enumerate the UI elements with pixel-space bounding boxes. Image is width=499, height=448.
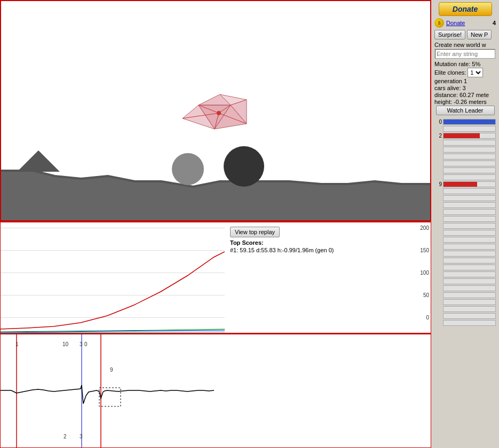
score-bar-wrap [443, 147, 496, 153]
elite-clones-row: Elite clones: 1 2 3 [434, 68, 496, 77]
hill-left [17, 150, 60, 172]
score-bar-row [434, 160, 496, 166]
score-bar-row [434, 257, 496, 263]
score-bar-row: 0 [434, 118, 496, 125]
score-bar-wrap [443, 167, 496, 173]
score-bar-wrap [443, 271, 496, 277]
score-bar-wrap [443, 320, 496, 326]
score-bar-wrap [443, 216, 496, 222]
mutation-rate-row: Mutation rate: 5% [434, 61, 496, 67]
score-bar-fill [443, 182, 477, 187]
histo-num-4: 0 [84, 341, 88, 347]
y-label-100: 100 [420, 270, 429, 276]
score-bar-wrap [443, 278, 496, 284]
score-bar-fill [443, 119, 495, 124]
score-bar-label: 0 [434, 119, 442, 125]
mutation-rate-value: 5% [472, 61, 480, 67]
score-bar-row [434, 174, 496, 180]
score-bar-wrap [443, 313, 496, 319]
graph-right: View top replay Top Scores: #1: 59.15 d:… [225, 222, 431, 334]
score-bar-row [434, 222, 496, 229]
score-bar-row [434, 306, 496, 312]
score-bar-row [434, 188, 496, 194]
score-bar-label: 2 [434, 133, 442, 139]
control-buttons-row: Surprise! New P [434, 30, 496, 39]
score-bar-row [434, 278, 496, 284]
score-bar-wrap [443, 230, 496, 236]
histogram-svg: 1 10 3 0 9 2 3 [1, 334, 431, 448]
score-bar-wrap [443, 126, 496, 132]
score-bar-row [434, 209, 496, 215]
score-bar-row: 2 [434, 132, 496, 139]
score-bar-wrap [443, 244, 496, 250]
donate-paypal-button[interactable]: Donate [439, 2, 492, 16]
histo-num-3: 3 [80, 341, 83, 347]
y-label-150: 150 [420, 247, 429, 253]
score-bar-wrap [443, 251, 496, 257]
donate-row: $ Donate 4 [434, 18, 496, 28]
top-scores-label: Top Scores: [230, 239, 264, 246]
score-bar-row [434, 292, 496, 298]
score-bar-row [434, 271, 496, 277]
histo-num-1: 1 [15, 341, 19, 347]
histo-num-bottom-2: 3 [80, 434, 83, 439]
wheel-1 [224, 146, 264, 187]
donate-link[interactable]: Donate [446, 20, 490, 26]
score-bar-row [434, 125, 496, 132]
cars-alive-info: cars alive: 3 [434, 85, 496, 91]
score-bar-row [434, 236, 496, 243]
y-label-200: 200 [420, 225, 429, 231]
score-bar-label: 9 [434, 181, 442, 187]
left-panel: View top replay Top Scores: #1: 59.15 d:… [0, 0, 431, 448]
score-bar-wrap [443, 223, 496, 229]
score-bar-row [434, 319, 496, 326]
score-bar-row [434, 285, 496, 291]
score-bar-wrap [443, 174, 496, 180]
y-label-0: 0 [426, 315, 429, 321]
histogram-panel: 1 10 3 0 9 2 3 [0, 333, 431, 448]
donate-coin-icon: $ [434, 18, 444, 28]
right-panel: Donate $ Donate 4 Surprise! New P Create… [431, 0, 499, 448]
watch-leader-button[interactable]: Watch Leader [436, 106, 495, 115]
score-bar-wrap [443, 285, 496, 291]
generation-info: generation 1 [434, 78, 496, 84]
score-bar-wrap [443, 195, 496, 201]
score-bar-wrap [443, 292, 496, 298]
score-bar-row [434, 250, 496, 257]
new-p-button[interactable]: New P [467, 30, 492, 39]
view-replay-button[interactable]: View top replay [230, 227, 280, 237]
score-bar-wrap [443, 119, 496, 125]
score-bar-wrap [443, 161, 496, 166]
histo-num-2: 10 [62, 341, 69, 347]
score-bar-row [434, 243, 496, 250]
elite-clones-label: Elite clones: [434, 69, 466, 76]
height-info: height: -0.26 meters [434, 99, 496, 105]
score-bar-row [434, 215, 496, 222]
score-bar-wrap [443, 202, 496, 208]
score-bar-row [434, 146, 496, 153]
surprise-button[interactable]: Surprise! [434, 30, 465, 39]
score-bar-wrap [443, 188, 496, 194]
score-bar-wrap [443, 265, 496, 270]
score-bar-wrap [443, 154, 496, 159]
score-bars-container: 029 [434, 118, 496, 326]
score-bar-row [434, 195, 496, 201]
graph-left [1, 222, 225, 334]
main-layout: View top replay Top Scores: #1: 59.15 d:… [0, 0, 499, 448]
score-bar-wrap [443, 133, 496, 139]
graph-red-line [1, 252, 225, 329]
score-bar-row [434, 229, 496, 236]
score-bar-wrap [443, 258, 496, 263]
histogram-bg [1, 334, 431, 448]
score-bar-row [434, 202, 496, 208]
mutation-rate-label: Mutation rate: [434, 61, 470, 67]
score-bar-row [434, 139, 496, 146]
enter-string-input[interactable] [435, 49, 495, 59]
terrain-svg [1, 1, 431, 221]
elite-clones-select[interactable]: 1 2 3 [468, 68, 483, 77]
wheel-2 [172, 153, 204, 185]
top-scores-value: #1: 59.15 d:55.83 h:-0.99/1.96m (gen 0) [230, 247, 334, 253]
score-bar-row [434, 264, 496, 270]
score-bar-row [434, 313, 496, 319]
score-bar-row [434, 299, 496, 305]
